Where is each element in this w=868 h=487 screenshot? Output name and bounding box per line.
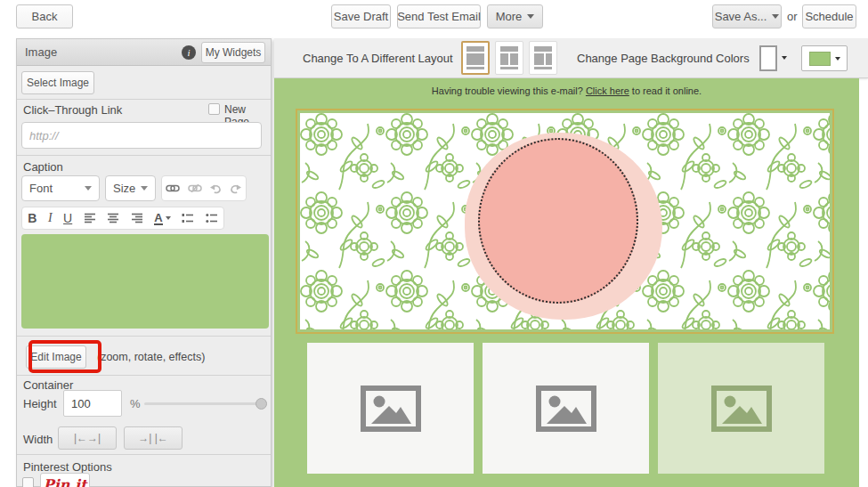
font-family-dropdown[interactable]: Font: [21, 175, 100, 201]
font-size-dropdown[interactable]: Size: [105, 175, 156, 201]
text-color-button[interactable]: A: [154, 212, 170, 225]
undo-icon[interactable]: [209, 183, 222, 194]
save-draft-button[interactable]: Save Draft: [331, 4, 391, 28]
layout-option-two-column-right[interactable]: [529, 41, 557, 75]
divider: [17, 155, 271, 156]
caption-editor-area[interactable]: [21, 234, 269, 329]
banner-text-post: to read it online.: [632, 85, 702, 96]
more-menu-button[interactable]: More: [487, 4, 543, 28]
width-contract-button[interactable]: →| |←: [124, 426, 183, 450]
layout-single-icon: [465, 44, 486, 72]
italic-button[interactable]: I: [48, 211, 53, 225]
pinterest-checkbox[interactable]: [22, 477, 34, 487]
width-label: Width: [23, 433, 53, 446]
panel-title: Image: [25, 45, 176, 59]
insert-link-icon[interactable]: [166, 184, 180, 192]
click-through-link-label: Click–Through Link: [23, 103, 122, 117]
change-background-label: Change Page Background Colors: [577, 52, 750, 65]
image-placeholder-1[interactable]: [307, 343, 474, 474]
chevron-down-icon: [527, 14, 534, 19]
height-input[interactable]: [63, 390, 122, 417]
image-placeholder-3[interactable]: [658, 343, 824, 474]
view-online-link[interactable]: Click here: [586, 85, 629, 96]
pinterest-options-label: Pinterest Options: [23, 460, 112, 474]
underline-button[interactable]: U: [63, 211, 72, 225]
align-left-icon[interactable]: [84, 213, 96, 223]
more-menu-label: More: [496, 10, 523, 23]
green-color-swatch: [809, 52, 831, 66]
chevron-down-icon: [166, 216, 171, 220]
align-right-icon[interactable]: [131, 213, 143, 223]
select-image-button[interactable]: Select Image: [21, 71, 94, 94]
save-as-label: Save As...: [715, 10, 767, 23]
divider: [17, 99, 271, 100]
pin-it-button[interactable]: Pin it: [40, 473, 90, 487]
ordered-list-icon[interactable]: [182, 213, 194, 223]
image-placeholder-icon: [710, 385, 773, 433]
image-placeholder-icon: [360, 385, 422, 433]
image-placeholder-2[interactable]: [483, 343, 649, 474]
edit-image-button[interactable]: Edit Image: [26, 345, 86, 369]
body-background-color-picker[interactable]: [801, 45, 848, 71]
layout-two-column-left-icon: [499, 44, 520, 72]
send-test-email-button[interactable]: Send Test Email: [397, 4, 481, 28]
save-as-button[interactable]: Save As...: [712, 4, 782, 28]
caption-label: Caption: [23, 160, 63, 174]
chevron-down-icon: [772, 14, 779, 19]
font-dropdown-label: Font: [29, 182, 85, 195]
height-slider-track[interactable]: [144, 402, 264, 405]
floral-pattern-image: [300, 113, 830, 329]
align-center-icon[interactable]: [107, 213, 119, 223]
width-expand-button[interactable]: |←→|: [58, 426, 117, 450]
link-history-toolbar: [161, 175, 247, 201]
email-preview-canvas: Having trouble viewing this e-mail? Clic…: [274, 78, 859, 487]
bold-button[interactable]: B: [28, 211, 37, 225]
height-slider-handle[interactable]: [256, 398, 267, 410]
info-icon[interactable]: i: [182, 45, 196, 60]
or-label: or: [787, 10, 798, 23]
click-through-url-input[interactable]: [21, 122, 262, 149]
layout-option-two-column-left[interactable]: [495, 41, 523, 75]
view-online-banner: Having trouble viewing this e-mail? Clic…: [274, 85, 859, 96]
new-page-checkbox[interactable]: [208, 103, 220, 115]
text-format-toolbar: B I U A: [21, 207, 224, 230]
redo-icon[interactable]: [230, 183, 242, 194]
image-settings-panel: Image i My Widgets Select Image Click–Th…: [16, 38, 272, 487]
unordered-list-icon[interactable]: [206, 213, 218, 223]
dotted-circle-badge: [478, 138, 638, 304]
remove-link-icon[interactable]: [188, 184, 202, 192]
page-background-color-swatch[interactable]: [759, 45, 777, 71]
image-placeholder-icon: [535, 385, 597, 433]
height-label: Height: [23, 397, 57, 410]
back-button[interactable]: Back: [16, 4, 73, 28]
edit-image-hint: (zoom, rotate, effects): [97, 351, 205, 363]
text-color-label: A: [154, 212, 162, 225]
change-layout-label: Change To A Different Layout: [303, 52, 453, 65]
preview-toolbar: Change To A Different Layout: [274, 38, 868, 78]
layout-option-single-column[interactable]: [461, 41, 490, 75]
divider: [17, 375, 271, 376]
layout-two-column-right-icon: [532, 44, 554, 72]
size-dropdown-label: Size: [113, 182, 141, 195]
chevron-down-icon: [835, 57, 840, 61]
chevron-down-icon: [141, 186, 148, 191]
chevron-down-icon: [85, 186, 92, 191]
chevron-down-icon[interactable]: [782, 56, 787, 60]
schedule-button[interactable]: Schedule: [802, 4, 856, 28]
panel-header: Image i My Widgets: [17, 39, 271, 66]
header-image-block[interactable]: [296, 109, 834, 334]
banner-text-pre: Having trouble viewing this e-mail?: [432, 85, 583, 96]
divider: [17, 454, 271, 455]
email-editor-screen: Back Save Draft Send Test Email More Sav…: [0, 0, 868, 487]
my-widgets-button[interactable]: My Widgets: [201, 42, 265, 63]
height-unit-label: %: [130, 397, 141, 410]
divider: [17, 336, 271, 337]
